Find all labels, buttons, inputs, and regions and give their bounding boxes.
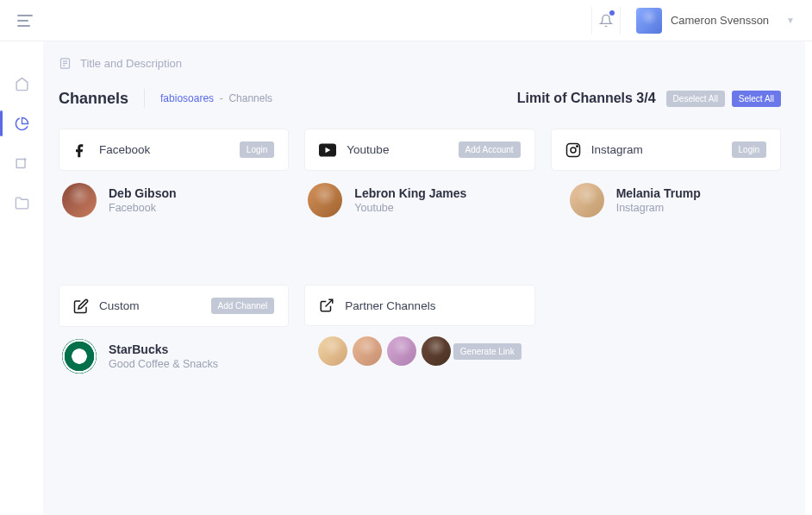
deselect-all-button[interactable]: Deselect All	[666, 91, 725, 107]
nav-folder[interactable]	[14, 195, 29, 210]
page-title: Channels	[59, 90, 128, 108]
svg-point-7	[571, 148, 576, 153]
channel-account[interactable]: Melania Trump Instagram	[551, 171, 781, 233]
channels-grid: Facebook Login Deb Gibson Facebook	[59, 129, 781, 389]
channel-card-facebook: Facebook Login Deb Gibson Facebook	[59, 129, 289, 233]
topbar: Cameron Svensson ▼	[0, 0, 812, 41]
avatar[interactable]	[353, 336, 382, 366]
header-row: Channels fabiosoares - Channels Limit of…	[59, 89, 781, 108]
partner-avatars	[318, 336, 451, 366]
sidebar	[0, 41, 43, 515]
card-title: Facebook	[99, 143, 150, 156]
add-account-button[interactable]: Add Account	[459, 141, 521, 158]
bell-icon	[599, 14, 613, 28]
topbar-right: Cameron Svensson ▼	[591, 7, 795, 35]
breadcrumb-current: Channels	[228, 92, 272, 104]
nav-compose[interactable]	[14, 155, 29, 171]
avatar	[636, 8, 662, 34]
pie-icon	[15, 116, 29, 131]
account-name: StarBucks	[109, 342, 218, 356]
title-description-strip[interactable]: Title and Description	[59, 57, 781, 70]
channel-card-youtube: Youtube Add Account Lebron King James Yo…	[304, 129, 534, 233]
strip-label: Title and Description	[80, 57, 182, 70]
header-right: Limit of Channels 3/4 Deselect All Selec…	[517, 91, 781, 107]
account-name: Melania Trump	[616, 186, 701, 200]
instagram-icon	[565, 142, 581, 158]
facebook-icon	[73, 142, 89, 158]
youtube-icon	[319, 143, 336, 157]
avatar	[62, 183, 97, 217]
header-left: Channels fabiosoares - Channels	[59, 89, 272, 108]
breadcrumb-link[interactable]: fabiosoares	[160, 92, 214, 104]
channel-card-custom: Custom Add Channel StarBucks Good Coffee…	[59, 285, 289, 389]
channel-card-partner: Partner Channels Generate Link	[304, 285, 534, 389]
main: Title and Description Channels fabiosoar…	[43, 41, 805, 515]
external-link-icon	[319, 298, 334, 313]
compose-icon	[15, 156, 29, 171]
card-title: Partner Channels	[345, 299, 435, 312]
account-name: Lebron King James	[354, 186, 466, 200]
nav-analytics[interactable]	[14, 116, 29, 131]
select-all-button[interactable]: Select All	[732, 91, 781, 107]
chevron-down-icon: ▼	[786, 16, 795, 25]
limit-text: Limit of Channels 3/4	[517, 91, 656, 106]
login-button[interactable]: Login	[732, 141, 766, 158]
login-button[interactable]: Login	[240, 141, 274, 158]
notification-dot	[609, 10, 615, 16]
svg-line-9	[326, 299, 333, 306]
account-sub: Facebook	[109, 202, 177, 214]
user-name: Cameron Svensson	[671, 14, 769, 27]
partner-row: Generate Link	[304, 326, 534, 376]
card-title: Custom	[99, 299, 140, 312]
channel-account[interactable]: Deb Gibson Facebook	[59, 171, 289, 233]
brand-logo	[62, 339, 97, 374]
add-channel-button[interactable]: Add Channel	[211, 298, 275, 314]
avatar[interactable]	[318, 336, 347, 366]
avatar[interactable]	[422, 336, 451, 366]
edit-icon	[73, 298, 89, 314]
notifications-button[interactable]	[591, 7, 621, 35]
user-menu[interactable]: Cameron Svensson ▼	[636, 8, 795, 34]
folder-icon	[15, 196, 29, 210]
account-sub: Youtube	[354, 202, 466, 214]
divider	[144, 89, 145, 108]
doc-icon	[59, 57, 72, 70]
svg-point-8	[576, 145, 578, 147]
account-sub: Good Coffee & Snacks	[109, 358, 218, 370]
generate-link-button[interactable]: Generate Link	[453, 343, 522, 360]
account-name: Deb Gibson	[109, 186, 177, 200]
menu-toggle[interactable]	[17, 15, 33, 27]
avatar	[570, 183, 604, 217]
avatar[interactable]	[387, 336, 416, 366]
channel-account[interactable]: StarBucks Good Coffee & Snacks	[59, 327, 289, 389]
channel-card-instagram: Instagram Login Melania Trump Instagram	[551, 129, 781, 233]
breadcrumb: fabiosoares - Channels	[160, 92, 272, 104]
channel-account[interactable]: Lebron King James Youtube	[304, 171, 534, 233]
avatar	[308, 183, 342, 217]
home-icon	[15, 77, 29, 91]
account-sub: Instagram	[616, 202, 701, 214]
card-title: Youtube	[347, 143, 389, 156]
nav-home[interactable]	[14, 76, 29, 91]
svg-rect-0	[16, 159, 25, 167]
card-title: Instagram	[591, 143, 643, 156]
